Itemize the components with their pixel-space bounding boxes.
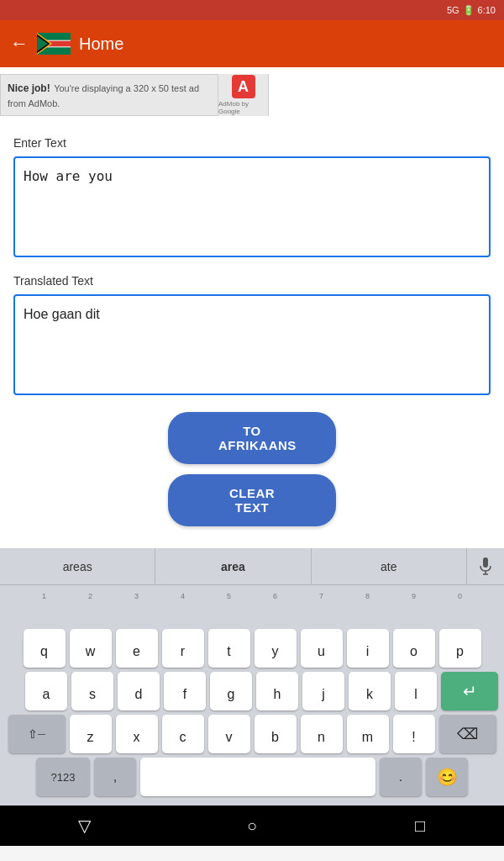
nav-back-button[interactable]: ▽ xyxy=(59,809,109,843)
key-q-num[interactable]: 1 xyxy=(24,589,66,625)
app-title: Home xyxy=(79,34,123,54)
main-content: Enter Text How are you Translated Text H… xyxy=(0,123,504,548)
key-t[interactable]: t xyxy=(208,629,250,668)
key-p-num[interactable]: 0 xyxy=(439,589,481,625)
admob-byline: AdMob by Google xyxy=(218,100,268,115)
suggestions-row: areas area ate xyxy=(0,548,504,585)
key-q[interactable]: q xyxy=(24,629,66,668)
key-s[interactable]: s xyxy=(71,672,113,710)
clear-button[interactable]: CLEAR TEXT xyxy=(168,474,336,526)
key-e-num[interactable]: 3 xyxy=(116,589,158,625)
enter-text-label: Enter Text xyxy=(13,136,491,150)
key-c[interactable]: c xyxy=(162,715,204,753)
keyboard: areas area ate 1 2 3 4 5 6 7 8 9 0 q w e… xyxy=(0,548,504,806)
time-display: 6:10 xyxy=(478,5,496,15)
key-j[interactable]: j xyxy=(302,672,344,710)
key-r[interactable]: r xyxy=(162,629,204,668)
key-n[interactable]: n xyxy=(301,715,343,753)
key-l[interactable]: l xyxy=(395,672,437,710)
key-m[interactable]: m xyxy=(347,715,389,753)
asdf-row: a s d f g h j k l ↵ xyxy=(0,668,504,710)
key-v[interactable]: v xyxy=(208,715,250,753)
key-period[interactable]: . xyxy=(380,758,422,796)
key-b[interactable]: b xyxy=(255,715,297,753)
bottom-row: ?123 , . 😊 xyxy=(0,753,504,800)
ad-banner[interactable]: Nice job! You're displaying a 320 x 50 t… xyxy=(0,74,269,116)
key-g[interactable]: g xyxy=(210,672,252,710)
key-o-num[interactable]: 9 xyxy=(393,589,435,625)
action-buttons: TO AFRIKAANS CLEAR TEXT xyxy=(13,412,491,526)
key-i[interactable]: i xyxy=(347,629,389,668)
key-d[interactable]: d xyxy=(118,672,160,710)
key-o[interactable]: o xyxy=(393,629,435,668)
nav-bar: ← Home xyxy=(0,20,504,67)
ad-container: Nice job! You're displaying a 320 x 50 t… xyxy=(0,67,504,123)
input-text-area[interactable]: How are you xyxy=(13,156,491,257)
status-bar: 5G 🔋 6:10 xyxy=(0,0,504,20)
admob-logo: A AdMob by Google xyxy=(218,74,268,116)
key-comma[interactable]: , xyxy=(94,758,136,796)
key-emoji[interactable]: 😊 xyxy=(426,758,468,796)
key-num-switch[interactable]: ?123 xyxy=(36,758,90,796)
translate-button[interactable]: TO AFRIKAANS xyxy=(168,412,336,464)
bottom-nav: ▽ ○ □ xyxy=(0,806,504,846)
key-u-num[interactable]: 7 xyxy=(301,589,343,625)
mic-button[interactable] xyxy=(467,548,504,584)
key-r-num[interactable]: 4 xyxy=(162,589,204,625)
translated-text-label: Translated Text xyxy=(13,274,491,288)
key-p[interactable]: p xyxy=(439,629,481,668)
nav-home-button[interactable]: ○ xyxy=(227,809,277,843)
key-k[interactable]: k xyxy=(349,672,391,710)
qwerty-row: q w e r t y u i o p xyxy=(0,625,504,668)
key-w[interactable]: w xyxy=(70,629,112,668)
key-i-num[interactable]: 8 xyxy=(347,589,389,625)
battery-icon: 🔋 xyxy=(463,5,475,16)
flag-icon xyxy=(37,27,71,61)
admob-icon: A xyxy=(232,75,255,98)
suggestion-areas[interactable]: areas xyxy=(0,548,155,584)
back-button[interactable]: ← xyxy=(10,33,29,55)
key-z[interactable]: z xyxy=(70,715,112,753)
svg-rect-10 xyxy=(483,557,488,568)
key-enter[interactable]: ↵ xyxy=(441,672,498,710)
suggestion-area[interactable]: area xyxy=(155,548,311,584)
key-exclaim[interactable]: ! xyxy=(393,715,435,753)
key-backspace[interactable]: ⌫ xyxy=(439,715,496,753)
signal-indicator: 5G xyxy=(447,5,459,15)
key-space[interactable] xyxy=(140,758,375,796)
key-x[interactable]: x xyxy=(116,715,158,753)
ad-text: Nice job! You're displaying a 320 x 50 t… xyxy=(1,77,218,114)
zxcv-row: ⇧— z x c v b n m ! ⌫ xyxy=(0,710,504,753)
ad-bold-text: Nice job! xyxy=(8,82,50,94)
key-t-num[interactable]: 5 xyxy=(208,589,250,625)
key-u[interactable]: u xyxy=(301,629,343,668)
translated-text-area: Hoe gaan dit xyxy=(13,294,491,395)
key-a[interactable]: a xyxy=(25,672,67,710)
key-h[interactable]: h xyxy=(256,672,298,710)
key-y[interactable]: y xyxy=(255,629,297,668)
suggestion-ate[interactable]: ate xyxy=(312,548,467,584)
key-w-num[interactable]: 2 xyxy=(70,589,112,625)
number-row: 1 2 3 4 5 6 7 8 9 0 xyxy=(0,585,504,625)
key-shift[interactable]: ⇧— xyxy=(8,715,66,753)
nav-recent-button[interactable]: □ xyxy=(395,809,445,843)
key-f[interactable]: f xyxy=(164,672,206,710)
key-y-num[interactable]: 6 xyxy=(255,589,297,625)
key-e[interactable]: e xyxy=(116,629,158,668)
